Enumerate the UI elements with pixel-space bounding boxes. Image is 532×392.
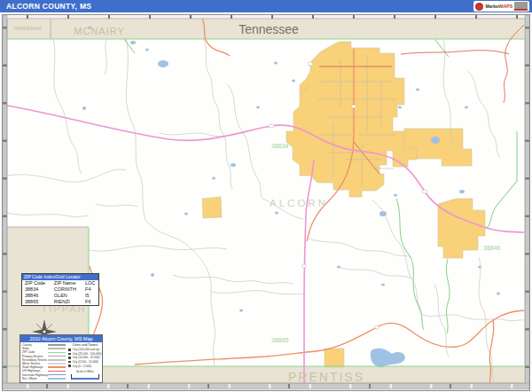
county-label-mcnairy: MCNAIRY [74, 26, 125, 36]
state-label: Tennessee [239, 22, 299, 36]
zip-label-rienzi: 38865 [271, 337, 289, 343]
county-map: Tennessee MCNAIRY HARDEMAN TIPPAH ALCORN… [0, 0, 532, 392]
legend-sample [48, 352, 66, 354]
scale-bar [71, 374, 99, 380]
logo-text: MarketMAPS [485, 4, 512, 9]
city-size-icon [68, 353, 71, 356]
county-label-alcorn: ALCORN [270, 198, 328, 208]
city-size-icon [68, 349, 71, 351]
city-size-icon [68, 357, 71, 359]
title-bar: ALCORN COUNTY, MS [0, 0, 532, 12]
legend-sample [48, 356, 66, 357]
legend-line-items: County State ZIP Code Primary Streets Se… [22, 343, 66, 380]
zip-area-rienzi [325, 349, 344, 367]
legend-sample [48, 344, 66, 346]
legend-sample [48, 363, 66, 365]
legend-sample [48, 378, 66, 380]
legend-cities: Cities and Towns City (100,000 and up) C… [68, 343, 101, 380]
logo-side-box [514, 2, 528, 11]
county-label-prentiss: PRENTISS [288, 370, 364, 384]
legend-title: 2010 Alcorn County, MS Map [20, 335, 102, 342]
legend-sample [48, 359, 66, 361]
zip-index-row: 38846 GLEN I5 [22, 293, 98, 299]
zip-index-title: ZIP Code Index/Grid Locator [22, 274, 98, 280]
county-map-page: Tennessee MCNAIRY HARDEMAN TIPPAH ALCORN… [0, 0, 532, 392]
zip-label-corinth: 38834 [271, 143, 289, 149]
logo-mark-icon [475, 3, 483, 11]
legend-sample [48, 348, 66, 349]
legend-sample [49, 374, 66, 376]
zip-label-glen: 38846 [483, 245, 501, 251]
page-title: ALCORN COUNTY, MS [0, 2, 91, 11]
zip-index-row: 38865 RIENZI F6 [22, 299, 98, 305]
zip-index-box: ZIP Code Index/Grid Locator ZIP Code ZIP… [21, 273, 99, 306]
county-label-hardeman: HARDEMAN [13, 26, 42, 31]
zip-index-row: 38834 CORINTH F4 [22, 286, 98, 293]
legend-sample [48, 366, 66, 368]
map-legend: 2010 Alcorn County, MS Map County State … [20, 334, 103, 383]
city-size-icon [68, 361, 71, 364]
legend-sample [48, 371, 66, 372]
zip-index-table: ZIP Code ZIP Name LOC 38834 CORINTH F4 3… [22, 280, 98, 305]
zip-index-header-row: ZIP Code ZIP Name LOC [22, 280, 98, 286]
city-size-icon [68, 365, 71, 367]
marketmaps-logo: MarketMAPS [473, 1, 529, 12]
zip-area-small-west [202, 197, 222, 218]
